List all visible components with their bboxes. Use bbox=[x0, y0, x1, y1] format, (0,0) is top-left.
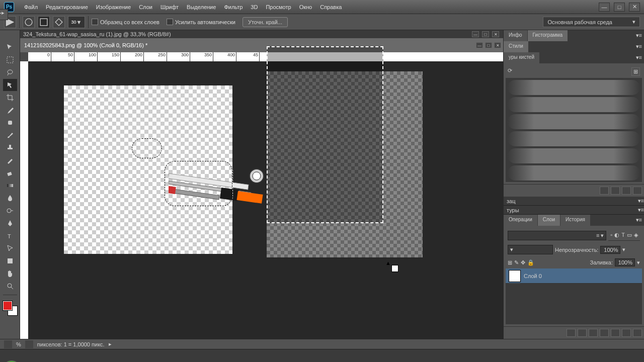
background-doc-tab[interactable]: 324_Tekstura_61-wap_sasisa_ru (1).jpg @ … bbox=[20, 30, 503, 38]
menu-type[interactable]: Шрифт bbox=[156, 2, 183, 12]
brush-preset[interactable] bbox=[508, 114, 640, 129]
menu-help[interactable]: Справка bbox=[316, 2, 346, 12]
filter-shape-icon[interactable]: ▭ bbox=[627, 232, 632, 238]
opacity-slider-icon[interactable]: ▾ bbox=[622, 246, 625, 253]
status-icon[interactable] bbox=[4, 340, 12, 348]
lasso-tool[interactable] bbox=[3, 66, 17, 78]
panel-menu-icon[interactable]: ▾≡ bbox=[634, 52, 644, 63]
panel-menu-icon[interactable]: ▾≡ bbox=[634, 215, 644, 226]
adjustment-icon[interactable] bbox=[600, 329, 609, 337]
filter-smart-icon[interactable]: ◈ bbox=[634, 232, 638, 238]
hand-tool[interactable] bbox=[3, 267, 17, 280]
eraser-tool[interactable] bbox=[3, 167, 17, 179]
opacity-input[interactable]: 100% bbox=[600, 246, 620, 254]
blend-mode-dropdown[interactable]: ▾ bbox=[508, 245, 553, 254]
doc-info-icon[interactable] bbox=[25, 340, 33, 348]
minimize-button[interactable]: — bbox=[599, 3, 610, 12]
brush-preset[interactable] bbox=[508, 165, 640, 180]
layer-thumb[interactable] bbox=[509, 270, 521, 282]
panel-menu-icon[interactable]: ▾≡ bbox=[634, 41, 644, 52]
fg-color[interactable] bbox=[3, 301, 12, 310]
zoom-value[interactable]: % bbox=[16, 341, 21, 347]
filter-adjust-icon[interactable]: ◐ bbox=[614, 232, 619, 238]
layer-name[interactable]: Слой 0 bbox=[524, 273, 542, 279]
toggle-view-icon[interactable]: ⊞ bbox=[631, 67, 640, 76]
eyedropper-tool[interactable] bbox=[3, 104, 17, 116]
intersect-selection-icon[interactable] bbox=[53, 16, 65, 28]
actions-collapsed[interactable]: зац▾≡ bbox=[504, 197, 644, 206]
path-select-tool[interactable] bbox=[3, 242, 17, 254]
move-tool[interactable] bbox=[3, 41, 17, 53]
type-tool[interactable]: T bbox=[3, 230, 17, 242]
panel-menu-icon[interactable]: ▾≡ bbox=[634, 30, 644, 41]
menu-3d[interactable]: 3D bbox=[247, 2, 262, 12]
refine-edge-button[interactable]: Уточн. край... bbox=[243, 17, 288, 27]
layer-kind-dropdown[interactable]: ≡ ▾ bbox=[508, 231, 606, 240]
menu-filter[interactable]: Фильтр bbox=[220, 2, 247, 12]
fill-slider-icon[interactable]: ▾ bbox=[637, 259, 640, 266]
zoom-tool[interactable] bbox=[3, 280, 17, 292]
menu-image[interactable]: Изображение bbox=[92, 2, 135, 12]
color-swatch[interactable] bbox=[3, 301, 17, 315]
brush-preset[interactable] bbox=[508, 148, 640, 163]
brush-preset[interactable] bbox=[508, 80, 640, 95]
menu-layers[interactable]: Слои bbox=[135, 2, 156, 12]
mask-icon[interactable] bbox=[589, 329, 598, 337]
active-doc-header[interactable]: 1412162025843.png @ 100% (Слой 0, RGB/16… bbox=[20, 38, 503, 52]
brush-tool[interactable] bbox=[3, 129, 17, 141]
doc-max-icon[interactable]: □ bbox=[485, 42, 492, 48]
menu-select[interactable]: Выделение bbox=[183, 2, 220, 12]
lock-pixels-icon[interactable]: ✎ bbox=[514, 259, 519, 266]
trash-icon[interactable] bbox=[633, 187, 642, 195]
styles-tab[interactable]: Стили bbox=[504, 41, 528, 52]
brush-preset[interactable] bbox=[508, 131, 640, 146]
bg-max-icon[interactable]: □ bbox=[482, 31, 489, 37]
filter-pixel-icon[interactable]: ▫ bbox=[610, 232, 612, 238]
menu-view[interactable]: Просмотр bbox=[262, 2, 295, 12]
active-canvas[interactable] bbox=[64, 85, 232, 254]
fx-icon[interactable] bbox=[578, 329, 587, 337]
history-tab[interactable]: История bbox=[560, 215, 590, 226]
shape-tool[interactable] bbox=[3, 255, 17, 267]
menu-file[interactable]: Файл bbox=[20, 2, 42, 12]
pen-tool[interactable] bbox=[3, 217, 17, 229]
workspace-dropdown[interactable]: Основная рабочая среда▾ bbox=[543, 17, 640, 27]
marquee-tool[interactable] bbox=[3, 54, 17, 66]
new-preset-icon[interactable] bbox=[611, 187, 620, 195]
gradient-tool[interactable] bbox=[3, 179, 17, 192]
filter-type-icon[interactable]: T bbox=[621, 232, 625, 238]
lock-pos-icon[interactable]: ✥ bbox=[521, 259, 525, 266]
blur-tool[interactable] bbox=[3, 192, 17, 204]
healing-tool[interactable] bbox=[3, 117, 17, 129]
quick-select-tool[interactable] bbox=[3, 79, 17, 91]
bg-min-icon[interactable]: — bbox=[472, 31, 479, 37]
link-layers-icon[interactable] bbox=[567, 329, 576, 337]
dodge-tool[interactable] bbox=[3, 205, 17, 217]
brush-preview[interactable]: 30▼ bbox=[68, 16, 85, 28]
refresh-icon[interactable]: ⟳ bbox=[508, 67, 512, 76]
stamp-tool[interactable] bbox=[3, 142, 17, 154]
crop-tool[interactable] bbox=[3, 92, 17, 104]
histogram-tab[interactable]: Гистограмма bbox=[528, 30, 568, 41]
status-arrow-icon[interactable]: ▸ bbox=[109, 341, 112, 347]
menu-edit[interactable]: Редактирование bbox=[42, 2, 92, 12]
lock-all-icon[interactable]: 🔒 bbox=[527, 259, 534, 266]
ops-tab[interactable]: Операции bbox=[504, 215, 537, 226]
menu-window[interactable]: Окно bbox=[295, 2, 316, 12]
bg-close-icon[interactable]: ✕ bbox=[492, 31, 499, 37]
doc-min-icon[interactable]: — bbox=[476, 42, 483, 48]
lock-icon[interactable]: ⊞ bbox=[508, 259, 512, 266]
add-selection-icon[interactable] bbox=[23, 16, 35, 28]
history-brush-tool[interactable] bbox=[3, 154, 17, 166]
brush-presets-tab[interactable]: уры кистей bbox=[504, 52, 539, 63]
maximize-button[interactable]: □ bbox=[614, 3, 625, 12]
delete-layer-icon[interactable] bbox=[633, 329, 642, 337]
doc-close-icon[interactable]: ✕ bbox=[494, 42, 501, 48]
preset-opts-icon[interactable] bbox=[600, 187, 609, 195]
auto-enhance-checkbox[interactable]: Усилить автоматически bbox=[167, 19, 235, 25]
sample-all-checkbox[interactable]: Образец со всех слоев bbox=[92, 19, 159, 25]
subtract-selection-icon[interactable] bbox=[38, 16, 50, 28]
close-button[interactable]: ✕ bbox=[629, 3, 640, 12]
paths-collapsed[interactable]: туры▾≡ bbox=[504, 206, 644, 215]
layers-tab[interactable]: Слои bbox=[538, 215, 560, 226]
